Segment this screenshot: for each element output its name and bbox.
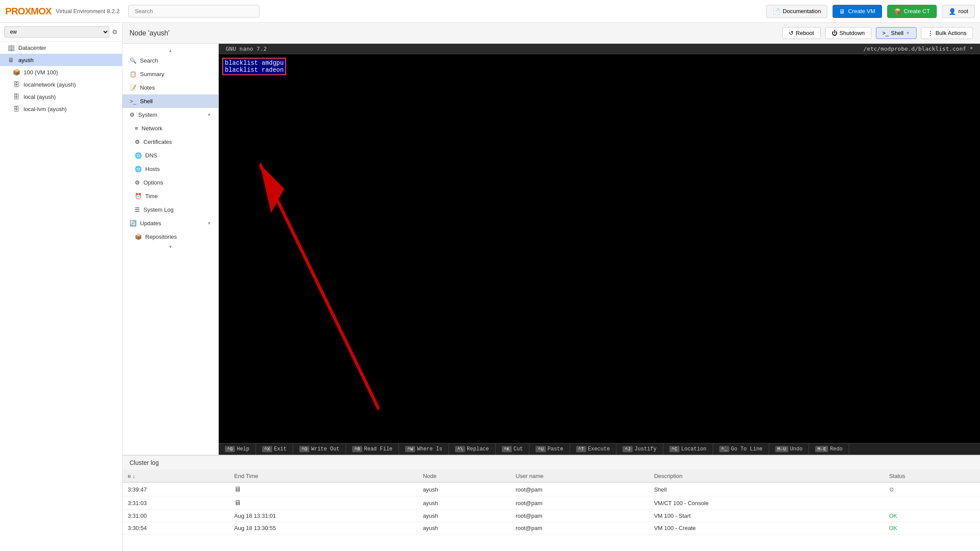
dns-icon: 🌐 — [135, 152, 142, 159]
documentation-label: Documentation — [783, 8, 821, 14]
col-description[interactable]: Description — [649, 470, 884, 482]
network-icon: ≡ — [135, 125, 138, 132]
main-layout: ew Server View Folder View ⚙ 🏢 Datacente… — [0, 23, 980, 551]
terminal-container[interactable]: GNU nano 7.2 /etc/modprobe.d/blacklist.c… — [219, 44, 980, 455]
scroll-up-indicator: ▲ — [122, 47, 218, 54]
shutdown-button[interactable]: ⏻ Shutdown — [825, 27, 872, 39]
footer-read-file: ^R Read File — [346, 443, 399, 455]
updates-chevron-icon: ▼ — [207, 221, 211, 226]
table-row: 3:31:03 🖥 ayush root@pam VM/CT 100 - Con… — [122, 496, 980, 510]
row2-start: 3:31:03 — [122, 496, 229, 510]
datacenter-icon: 🏢 — [7, 44, 15, 51]
reboot-button[interactable]: ↺ Reboot — [782, 27, 821, 39]
footer-goto-line: ^_ Go To Line — [713, 443, 769, 455]
subnav-time-label: Time — [145, 193, 158, 199]
terminal-highlighted-block: blacklist amdgpublacklist radeon — [222, 58, 976, 75]
footer-cut: ^K Cut — [496, 443, 530, 455]
footer-where-is: ^W Where Is — [399, 443, 449, 455]
sidebar-item-ayush[interactable]: 🖥 ayush — [0, 54, 122, 66]
sidebar-item-datacenter[interactable]: 🏢 Datacenter — [0, 42, 122, 54]
subnav-certificates[interactable]: ⚙ Certificates — [122, 135, 218, 149]
locallvm-label: local-lvm (ayush) — [24, 106, 66, 112]
create-ct-button[interactable]: 📦 Create CT — [887, 5, 937, 18]
shell-button[interactable]: >_ Shell ▼ — [876, 27, 917, 39]
terminal-footer: ^G Help ^X Exit ^O Write Out ^R Read Fil… — [219, 443, 980, 455]
terminal-title-left: GNU nano 7.2 — [226, 45, 267, 52]
vm-tree-icon: 📦 — [12, 69, 20, 76]
search-icon: 🔍 — [130, 57, 136, 64]
svg-line-1 — [260, 164, 379, 409]
row4-end: Aug 18 13:30:55 — [229, 522, 417, 534]
subnav-syslog-label: System Log — [144, 206, 174, 213]
menu-icon: ⋮ — [928, 30, 933, 36]
create-vm-button[interactable]: 🖥 Create VM — [833, 5, 882, 18]
notes-icon: 📝 — [130, 84, 136, 91]
red-arrow-overlay — [219, 54, 980, 443]
shell-label: Shell — [891, 30, 903, 36]
monitor-icon-2: 🖥 — [234, 499, 241, 506]
col-username[interactable]: User name — [511, 470, 649, 482]
create-ct-label: Create CT — [904, 8, 930, 14]
subnav-notes[interactable]: 📝 Notes — [122, 81, 218, 94]
footer-help: ^G Help — [219, 443, 256, 455]
sidebar-item-local[interactable]: 🗄 local (ayush) — [0, 91, 122, 103]
subnav-summary[interactable]: 📋 Summary — [122, 67, 218, 81]
subnav-syslog[interactable]: ☰ System Log — [122, 203, 218, 216]
subnav-time[interactable]: ⏰ Time — [122, 189, 218, 203]
scroll-down-indicator: ▼ — [122, 244, 218, 250]
user-icon: 👤 — [948, 8, 956, 15]
localnetwork-label: localnetwork (ayush) — [24, 81, 76, 88]
cluster-log-title: Cluster log — [122, 456, 980, 470]
subnav-repositories[interactable]: 📦 Repositories — [122, 230, 218, 244]
subnav-dns[interactable]: 🌐 DNS — [122, 149, 218, 162]
documentation-button[interactable]: 📄 Documentation — [766, 5, 827, 18]
storage-icon-2: 🗄 — [12, 93, 20, 100]
row1-node: ayush — [418, 482, 511, 496]
footer-execute: ^T Execute — [570, 443, 617, 455]
col-end-time[interactable]: End Time — [229, 470, 417, 482]
subnav-options-label: Options — [144, 179, 163, 186]
vm100-label: 100 (VM 100) — [24, 69, 58, 76]
summary-icon: 📋 — [130, 71, 136, 77]
view-select[interactable]: ew Server View Folder View — [4, 26, 109, 38]
subnav-updates-group[interactable]: 🔄 Updates ▼ — [122, 216, 218, 230]
row1-end: 🖥 — [229, 482, 417, 496]
row3-node: ayush — [418, 510, 511, 522]
node-subnav: ▲ 🔍 Search 📋 Summary 📝 Notes >_ Shell — [122, 44, 219, 455]
row4-start: 3:30:54 — [122, 522, 229, 534]
footer-paste: ^U Paste — [529, 443, 570, 455]
col-node[interactable]: Node — [418, 470, 511, 482]
search-input[interactable] — [128, 5, 259, 17]
sidebar-item-localnetwork[interactable]: 🗄 localnetwork (ayush) — [0, 78, 122, 91]
ct-icon: 📦 — [894, 8, 901, 15]
sidebar-tree: 🏢 Datacenter 🖥 ayush 📦 100 (VM 100) 🗄 lo… — [0, 42, 122, 551]
subnav-network-label: Network — [142, 125, 163, 132]
subnav-shell[interactable]: >_ Shell — [122, 94, 218, 108]
terminal-body[interactable]: blacklist amdgpublacklist radeon — [219, 54, 980, 443]
footer-location: ^C Location — [663, 443, 713, 455]
row2-user: root@pam — [511, 496, 649, 510]
subnav-system-label: System — [138, 112, 157, 118]
sidebar-item-vm100[interactable]: 📦 100 (VM 100) — [0, 66, 122, 78]
repo-icon: 📦 — [135, 234, 142, 240]
sidebar-item-locallvm[interactable]: 🗄 local-lvm (ayush) — [0, 103, 122, 115]
shutdown-label: Shutdown — [840, 30, 865, 36]
footer-redo: M-E Redo — [809, 443, 849, 455]
content-area: Node 'ayush' ↺ Reboot ⏻ Shutdown >_ Shel… — [122, 23, 980, 551]
subnav-search[interactable]: 🔍 Search — [122, 54, 218, 67]
col-status[interactable]: Status — [884, 470, 980, 482]
bulk-actions-button[interactable]: ⋮ Bulk Actions — [921, 27, 973, 39]
shell-icon: >_ — [882, 30, 889, 36]
datacenter-label: Datacenter — [18, 45, 46, 51]
bottom-panel: Cluster log e ↓ End Time Node User name … — [122, 455, 980, 551]
subnav-options[interactable]: ⚙ Options — [122, 176, 218, 189]
time-icon: ⏰ — [135, 193, 142, 199]
col-start-time[interactable]: e ↓ — [122, 470, 229, 482]
subnav-system-group[interactable]: ⚙ System ▼ — [122, 108, 218, 122]
subnav-hosts[interactable]: 🌐 Hosts — [122, 162, 218, 176]
user-button[interactable]: 👤 root — [942, 5, 975, 18]
reboot-label: Reboot — [796, 30, 814, 36]
subnav-network[interactable]: ≡ Network — [122, 122, 218, 135]
row2-status — [884, 496, 980, 510]
gear-icon[interactable]: ⚙ — [112, 28, 118, 35]
